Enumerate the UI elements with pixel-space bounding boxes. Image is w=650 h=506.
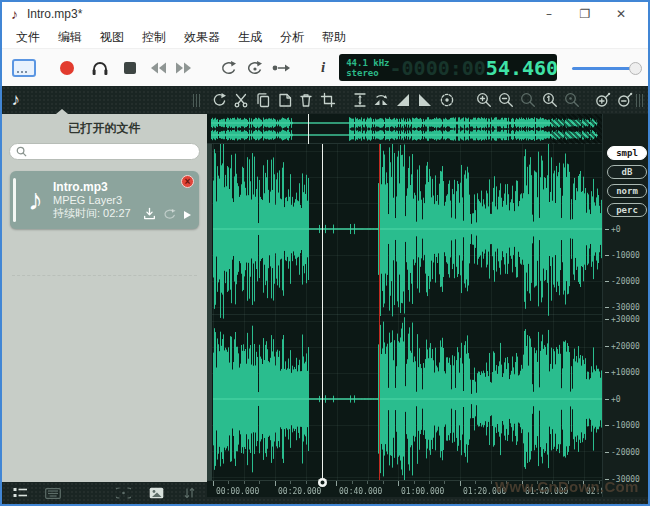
minimize-button[interactable]: – — [531, 4, 567, 24]
toolbar-drag-handle[interactable] — [193, 94, 201, 107]
headphones-icon — [90, 60, 110, 76]
ruler-minor-tick — [306, 481, 307, 484]
file-play-button[interactable] — [184, 211, 191, 219]
scale-mode-db[interactable]: dB — [607, 165, 647, 179]
scale-mode-smpl[interactable]: smpl — [607, 146, 647, 160]
maximize-button[interactable]: ❐ — [567, 4, 603, 24]
zoom-out-button[interactable] — [495, 88, 517, 112]
sidebar-pointer — [56, 109, 68, 114]
amplitude-scale-label: +0 — [605, 225, 621, 234]
stop-button[interactable] — [124, 55, 136, 81]
fade-in-button[interactable] — [392, 88, 414, 112]
waveform-view[interactable] — [207, 144, 602, 480]
playhead-knob[interactable] — [318, 478, 327, 487]
scale-mode-norm[interactable]: norm — [607, 184, 647, 198]
copy-button[interactable] — [252, 88, 274, 112]
reverse-button[interactable] — [370, 88, 392, 112]
scale-mode-buttons: smpl dB norm perc — [606, 146, 648, 217]
window-title: Intro.mp3* — [27, 7, 82, 21]
overview-waveform[interactable] — [207, 114, 602, 144]
vertical-scroll-strip[interactable] — [207, 144, 212, 480]
scale-mode-perc[interactable]: perc — [607, 203, 647, 217]
toolbar-drag-handle-right[interactable] — [636, 94, 644, 107]
delete-button[interactable] — [295, 88, 317, 112]
ruler-minor-tick — [475, 481, 476, 484]
thumbnail-view-button[interactable] — [147, 485, 165, 501]
play-button[interactable] — [90, 55, 110, 81]
zoom-all-button[interactable] — [561, 88, 583, 112]
files-panel-tab[interactable]: ♪ — [2, 86, 29, 114]
info-button[interactable]: i — [321, 55, 325, 81]
skip-forward-button[interactable] — [175, 55, 192, 81]
titlebar: ♪ Intro.mp3* – ❐ ✕ — [2, 2, 648, 26]
loop-dim-icon — [163, 208, 177, 220]
close-button[interactable]: ✕ — [603, 4, 639, 24]
keyboard-view-button[interactable] — [44, 485, 62, 501]
undo-button[interactable] — [208, 88, 230, 112]
paste-button[interactable] — [274, 88, 296, 112]
volume-slider-knob[interactable] — [629, 62, 642, 75]
file-loop-button[interactable] — [163, 206, 177, 224]
window-controls: – ❐ ✕ — [531, 4, 639, 24]
search-input[interactable] — [31, 146, 193, 157]
save-icon — [143, 207, 156, 220]
fade-out-button[interactable] — [414, 88, 436, 112]
loop-region-button[interactable] — [114, 485, 132, 501]
rewind-icon — [150, 61, 167, 75]
menu-file[interactable]: 文件 — [7, 29, 49, 46]
sort-button[interactable] — [180, 485, 198, 501]
record-icon — [60, 61, 74, 75]
ruler-minor-tick — [429, 481, 430, 484]
menu-effects[interactable]: 效果器 — [175, 29, 229, 46]
zoom-in-button[interactable] — [473, 88, 495, 112]
ruler-minor-tick — [367, 481, 368, 484]
time-display[interactable]: 44.1 kHz stereo -0000:0054.460 — [339, 54, 557, 81]
play-from-cursor-icon — [272, 61, 291, 75]
menu-edit[interactable]: 编辑 — [49, 29, 91, 46]
sidebar-title: 已打开的文件 — [2, 114, 207, 142]
menu-view[interactable]: 视图 — [91, 29, 133, 46]
edit-toolbar: ♪ — [2, 86, 648, 114]
vertical-zoom-out-button[interactable] — [614, 88, 636, 112]
menubar: 文件 编辑 视图 控制 效果器 生成 分析 帮助 — [2, 26, 648, 48]
record-button[interactable] — [60, 55, 74, 81]
selection-mode-button[interactable] — [12, 55, 36, 81]
menu-analyze[interactable]: 分析 — [271, 29, 313, 46]
overview-cursor[interactable] — [308, 114, 309, 144]
menu-generate[interactable]: 生成 — [229, 29, 271, 46]
overview-offscreen-region — [550, 114, 602, 144]
file-item[interactable]: ♪ Intro.mp3 MPEG Layer3 持续时间: 02:27 × — [10, 171, 199, 229]
ruler-minor-tick — [228, 481, 229, 484]
skip-back-button[interactable] — [150, 55, 167, 81]
ruler-tick-label: 00:40.000 — [339, 487, 382, 496]
ruler-minor-tick — [383, 481, 384, 484]
loop-selection-button[interactable] — [246, 55, 264, 81]
amplitude-scale-label: +20000 — [605, 342, 640, 351]
zoom-selection-button[interactable] — [517, 88, 539, 112]
selection-icon — [12, 59, 36, 77]
trim-button[interactable] — [317, 88, 339, 112]
waveform-overview[interactable] — [207, 114, 602, 144]
ruler-minor-tick — [290, 481, 291, 484]
loudness-button[interactable] — [436, 88, 458, 112]
volume-slider[interactable] — [572, 61, 640, 75]
bottom-filler — [207, 497, 648, 504]
menu-control[interactable]: 控制 — [133, 29, 175, 46]
file-save-button[interactable] — [143, 206, 156, 224]
play-from-cursor-button[interactable] — [272, 55, 291, 81]
playback-cursor — [379, 144, 380, 480]
file-close-button[interactable]: × — [181, 175, 194, 188]
loop-icon — [220, 60, 238, 76]
playhead-line[interactable] — [322, 144, 323, 482]
cut-button[interactable] — [230, 88, 252, 112]
vertical-zoom-in-button[interactable] — [592, 88, 614, 112]
amplitude-button[interactable] — [349, 88, 371, 112]
menu-help[interactable]: 帮助 — [313, 29, 355, 46]
file-search-box[interactable] — [9, 143, 200, 160]
amplitude-scale-label: -20000 — [605, 448, 640, 457]
loop-button[interactable] — [220, 55, 238, 81]
app-window: ♪ Intro.mp3* – ❐ ✕ 文件 编辑 视图 控制 效果器 生成 分析… — [0, 0, 650, 506]
list-view-button[interactable] — [11, 485, 29, 501]
amplitude-scale-label: -30000 — [605, 303, 640, 312]
zoom-one-to-one-button[interactable] — [539, 88, 561, 112]
